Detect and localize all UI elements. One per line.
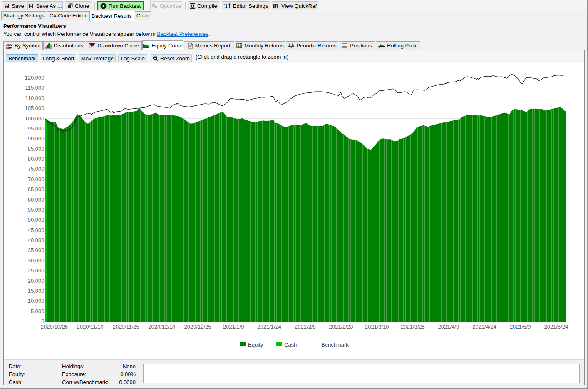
svg-text:15,000: 15,000 — [28, 288, 45, 294]
svg-text:2020/12/10: 2020/12/10 — [148, 324, 175, 330]
svg-text:10,000: 10,000 — [28, 298, 45, 304]
svg-text:2021/1/9: 2021/1/9 — [223, 324, 244, 330]
svg-text:2021/5/9: 2021/5/9 — [510, 324, 531, 330]
svg-text:5,000: 5,000 — [31, 308, 45, 314]
svg-text:85,000: 85,000 — [28, 146, 45, 152]
svg-text:2021/4/24: 2021/4/24 — [472, 324, 496, 330]
svg-text:105,000: 105,000 — [25, 105, 45, 111]
svg-text:2021/2/8: 2021/2/8 — [295, 324, 316, 330]
svg-text:2020/11/25: 2020/11/25 — [113, 324, 139, 330]
svg-text:70,000: 70,000 — [28, 176, 45, 182]
svg-text:95,000: 95,000 — [28, 125, 45, 132]
svg-text:60,000: 60,000 — [28, 197, 45, 203]
svg-text:2020/10/26: 2020/10/26 — [41, 324, 68, 330]
svg-text:90,000: 90,000 — [28, 135, 45, 142]
svg-text:110,000: 110,000 — [25, 95, 44, 101]
svg-text:DEF: DEF — [6, 46, 12, 49]
svg-text:35,000: 35,000 — [28, 247, 45, 253]
svg-text:30,000: 30,000 — [28, 257, 45, 264]
svg-text:2021/4/9: 2021/4/9 — [438, 324, 459, 330]
svg-text:65,000: 65,000 — [28, 186, 45, 192]
svg-text:2021/5/24: 2021/5/24 — [544, 324, 568, 330]
svg-text:20,000: 20,000 — [28, 278, 45, 284]
svg-text:50,000: 50,000 — [28, 217, 45, 223]
svg-text:ABC: ABC — [6, 43, 12, 46]
svg-text:2021/2/23: 2021/2/23 — [329, 324, 353, 330]
svg-text:120,000: 120,000 — [25, 75, 45, 81]
svg-text:T: T — [224, 3, 228, 9]
svg-text:55,000: 55,000 — [28, 207, 45, 213]
svg-text:40,000: 40,000 — [28, 237, 45, 243]
svg-text:75,000: 75,000 — [28, 166, 45, 172]
svg-text:2021/3/25: 2021/3/25 — [401, 324, 425, 330]
svg-text:2020/12/25: 2020/12/25 — [184, 324, 211, 330]
svg-text:2021/1/24: 2021/1/24 — [257, 324, 281, 330]
svg-text:45,000: 45,000 — [28, 227, 45, 233]
svg-text:2021/3/10: 2021/3/10 — [365, 324, 389, 330]
svg-text:80,000: 80,000 — [28, 156, 45, 162]
svg-text:2020/11/10: 2020/11/10 — [77, 324, 103, 330]
svg-text:25,000: 25,000 — [28, 267, 45, 274]
svg-text:100,000: 100,000 — [25, 115, 45, 122]
svg-text:115,000: 115,000 — [25, 85, 44, 91]
